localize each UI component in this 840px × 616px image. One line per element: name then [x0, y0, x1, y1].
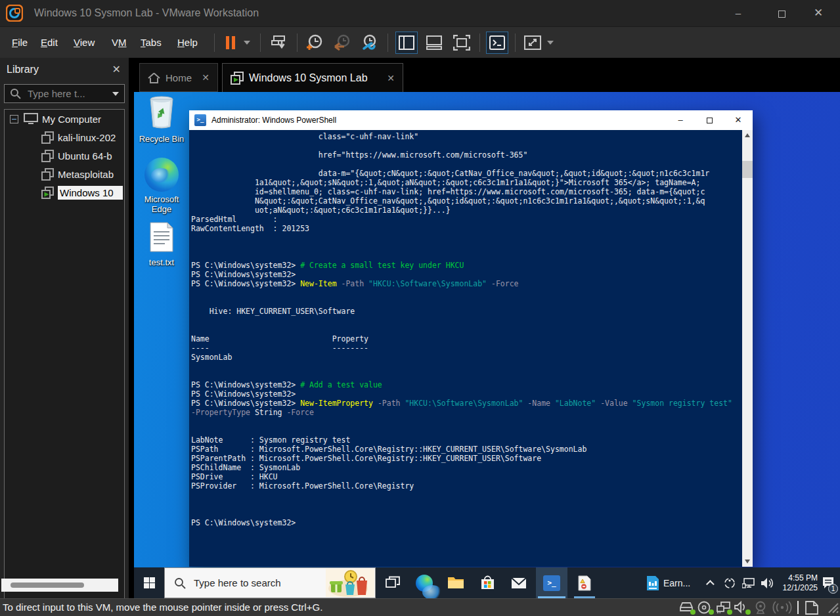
task-view-button[interactable] [377, 567, 409, 598]
start-button[interactable] [134, 567, 164, 598]
console-line: PS C:\Windows\system32> [191, 270, 742, 279]
powershell-maximize-button[interactable] [695, 110, 724, 130]
console-line: PSPath : Microsoft.PowerShell.Core\Regis… [191, 445, 742, 454]
tree-collapse-icon[interactable] [10, 115, 18, 123]
stretch-options-dropdown[interactable] [544, 32, 557, 54]
resize-grip[interactable] [826, 601, 840, 615]
taskbar-store-button[interactable] [472, 567, 503, 598]
library-item-kali-linux-202[interactable]: kali-linux-202 [5, 128, 124, 146]
tray-earn-app[interactable] [643, 567, 663, 598]
powershell-window[interactable]: >_ Administrator: Windows PowerShell – ✕… [189, 110, 753, 567]
powershell-close-button[interactable]: ✕ [724, 110, 753, 130]
fullscreen-button[interactable] [451, 32, 473, 54]
library-item-label: kali-linux-202 [58, 132, 116, 143]
library-tree: My Computerkali-linux-202Ubuntu 64-bMeta… [4, 109, 125, 616]
vm-desktop[interactable]: Recycle Bin Microsoft Edge test.txt >_ A… [134, 92, 840, 567]
search-promo-graphic [326, 569, 374, 597]
sound-device-icon[interactable] [734, 601, 751, 615]
tab-home-close-icon[interactable]: ✕ [202, 72, 210, 83]
tray-circle-icon[interactable] [721, 567, 738, 598]
document-app-icon [578, 575, 591, 591]
network-device-icon[interactable] [716, 601, 733, 615]
desktop-icon-microsoft-edge[interactable]: Microsoft Edge [135, 158, 188, 214]
tab-windows10-sysmon-lab[interactable]: Windows 10 Sysmon Lab ✕ [222, 63, 403, 92]
taskbar-file-explorer-button[interactable] [440, 567, 472, 598]
vmware-menubar: FileEditViewVMTabsHelp [0, 26, 840, 58]
menu-vm[interactable]: VM [108, 27, 131, 58]
scrollbar-thumb[interactable] [742, 161, 753, 178]
desktop-icon-recycle-bin[interactable]: Recycle Bin [135, 96, 188, 144]
taskbar-clock[interactable]: 4:55 PM 12/1/2025 [783, 567, 818, 598]
recycle-bin-icon [146, 96, 177, 129]
tab-home[interactable]: Home ✕ [139, 63, 218, 92]
notification-count-badge: 1 [828, 584, 838, 594]
tab-vm-close-icon[interactable]: ✕ [387, 73, 395, 83]
device-connected-dot [727, 609, 732, 615]
show-library-toggle[interactable] [395, 32, 418, 54]
scroll-down-icon[interactable] [745, 560, 750, 563]
library-search-box[interactable]: Type here t... [4, 84, 125, 103]
hard-disk-device-icon[interactable] [679, 601, 696, 615]
console-line [191, 491, 742, 500]
console-line: id=shellmenu_0; class=c-uhf-nav-link; hr… [191, 187, 742, 196]
send-ctrl-alt-del-button[interactable] [268, 32, 290, 54]
library-horizontal-scrollbar[interactable] [1, 579, 118, 592]
edge-icon [416, 575, 433, 592]
tray-earn-label[interactable]: Earn... [663, 567, 699, 598]
library-item-metasploitab[interactable]: Metasploitab [5, 165, 124, 183]
library-item-ubuntu-64-b[interactable]: Ubuntu 64-b [5, 146, 124, 165]
message-log-icon[interactable] [805, 601, 822, 615]
console-line: ParsedHtml : [191, 215, 742, 224]
scroll-up-icon[interactable] [745, 133, 750, 137]
powershell-titlebar[interactable]: >_ Administrator: Windows PowerShell – ✕ [189, 110, 753, 130]
powershell-minimize-button[interactable]: – [666, 110, 695, 130]
webcam-device-icon[interactable] [753, 601, 770, 615]
vmware-close-button[interactable]: ✕ [803, 0, 833, 26]
signal-device-icon[interactable] [772, 601, 789, 615]
manage-snapshots-button[interactable] [359, 32, 381, 54]
tray-network-icon[interactable] [740, 567, 758, 598]
menu-view[interactable]: View [70, 27, 99, 58]
taskbar-search-box[interactable]: Type here to search [164, 567, 376, 598]
desktop-icon-test-txt[interactable]: test.txt [135, 222, 188, 267]
menu-help[interactable]: Help [173, 27, 202, 58]
console-line: href="https://www.microsoft.com/microsof… [191, 150, 742, 160]
power-options-dropdown[interactable] [240, 32, 254, 54]
device-connected-dot [709, 609, 714, 615]
library-item-label: My Computer [42, 114, 101, 125]
vmware-minimize-button[interactable]: – [723, 0, 753, 26]
console-view-toggle[interactable] [486, 32, 508, 54]
scrollbar-thumb[interactable] [11, 583, 84, 588]
suspend-vm-button[interactable] [219, 32, 242, 54]
action-center-button[interactable]: 1 [818, 567, 839, 598]
console-line: data-m="{&quot;cN&quot;:&quot;CatNav_Off… [191, 169, 742, 178]
taskbar-mail-button[interactable] [503, 567, 535, 598]
tray-volume-icon[interactable] [758, 567, 776, 598]
powershell-scrollbar[interactable] [742, 130, 753, 567]
show-thumbnail-bar-toggle[interactable] [423, 32, 445, 54]
library-item-my-computer[interactable]: My Computer [5, 110, 124, 128]
taskbar-edge-button[interactable] [409, 567, 440, 598]
desktop-icon-label: Microsoft Edge [141, 194, 183, 214]
mail-icon [511, 577, 527, 589]
stretch-guest-button[interactable] [521, 32, 544, 54]
search-dropdown-icon[interactable] [112, 92, 119, 96]
menu-file[interactable]: File [8, 27, 32, 58]
revert-snapshot-button[interactable] [331, 32, 353, 54]
tray-show-hidden-icons-chevron[interactable] [703, 567, 720, 598]
taskbar-powershell-button[interactable]: >_ [536, 567, 567, 598]
taskbar-document-app-button[interactable] [569, 567, 600, 598]
menu-edit[interactable]: Edit [37, 27, 62, 58]
device-connected-dot [745, 609, 751, 615]
take-snapshot-button[interactable] [303, 32, 326, 54]
library-item-windows-10[interactable]: Windows 10 [5, 183, 124, 202]
vmware-maximize-button[interactable] [766, 0, 797, 26]
cd-dvd-device-icon[interactable] [697, 601, 715, 615]
menu-tabs[interactable]: Tabs [137, 27, 166, 58]
console-line [191, 141, 742, 150]
console-line [191, 509, 742, 518]
powershell-console[interactable]: class="c-uhf-nav-link" href="https://www… [189, 130, 742, 567]
library-panel: Library ✕ Type here t... My Computerkali… [0, 58, 129, 598]
console-line [191, 160, 742, 169]
library-close-icon[interactable]: ✕ [112, 63, 121, 76]
